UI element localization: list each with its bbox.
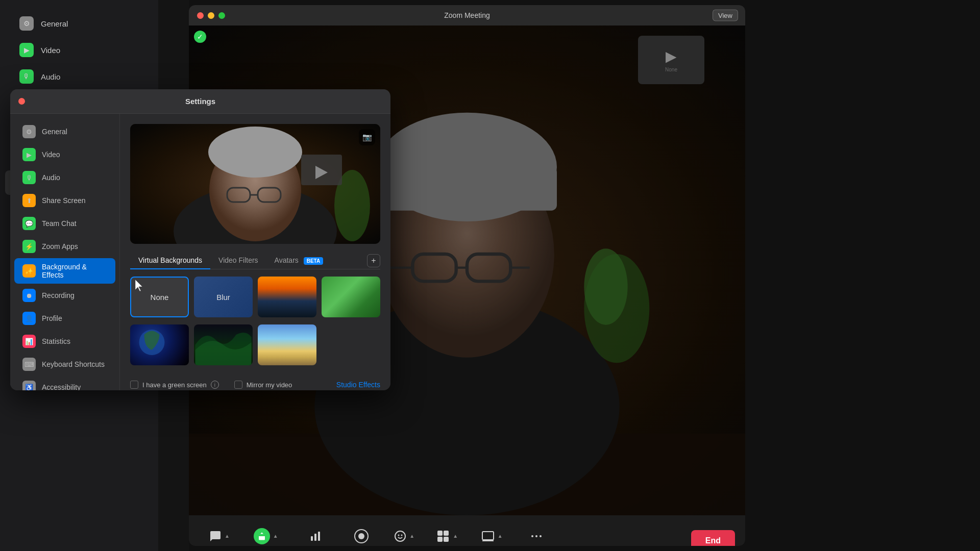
mirror-checkbox-box[interactable] [234, 381, 242, 389]
pip-play-icon: ▶ [666, 48, 677, 65]
sidebar-label-audio: Audio [41, 72, 60, 81]
beta-badge: BETA [304, 257, 323, 265]
whiteboards-toolbar-icon: ▲ [481, 530, 503, 543]
settings-video-icon: ▶ [22, 148, 36, 161]
zoom-window-title: Zoom Meeting [444, 11, 489, 19]
settings-close-button[interactable] [18, 98, 25, 105]
camera-flip-icon[interactable]: 📷 [359, 129, 375, 145]
bg-blur[interactable]: Blur [194, 277, 253, 317]
tab-avatars-label: Avatars [275, 256, 299, 264]
view-button[interactable]: View [713, 10, 738, 21]
end-button[interactable]: End [691, 530, 735, 546]
sidebar-item-general[interactable]: ⚙ General [5, 11, 153, 36]
settings-title: Settings [185, 97, 215, 106]
tabs-row: Virtual Backgrounds Video Filters Avatar… [130, 252, 380, 269]
minimize-button[interactable] [208, 12, 214, 19]
green-screen-label: I have a green screen [142, 381, 207, 389]
settings-nav-accessibility[interactable]: ♿ Accessibility [14, 376, 115, 390]
settings-nav-apps-label: Zoom Apps [42, 242, 78, 251]
toolbar-share[interactable]: ▲ Share Screen [242, 524, 289, 546]
svg-point-19 [401, 534, 403, 536]
settings-audio-icon: 🎙 [22, 171, 36, 184]
svg-point-33 [208, 127, 302, 178]
sidebar-item-video[interactable]: ▶ Video [5, 38, 153, 62]
bg-aurora[interactable] [194, 324, 253, 365]
svg-point-29 [540, 535, 542, 537]
green-screen-checkbox[interactable]: I have a green screen i [130, 381, 219, 389]
sidebar-label-video: Video [41, 46, 60, 55]
settings-nav-background[interactable]: ✨ Background & Effects [14, 258, 115, 284]
maximize-button[interactable] [218, 12, 225, 19]
preview-video: 📷 [130, 124, 380, 244]
settings-nav-statistics[interactable]: 📊 Statistics [14, 330, 115, 353]
record-label: Record [352, 546, 372, 546]
bg-bridge[interactable] [258, 277, 316, 317]
settings-nav-share[interactable]: ⬆ Share Screen [14, 189, 115, 212]
polls-label: Polls/Quizzes [297, 545, 334, 546]
add-background-button[interactable]: + [367, 254, 380, 267]
tab-virtual-backgrounds[interactable]: Virtual Backgrounds [130, 252, 210, 269]
tab-avatars[interactable]: Avatars BETA [266, 252, 332, 269]
toolbar-reactions[interactable]: ▲ Reactions [384, 526, 425, 546]
bg-none-label: None [151, 293, 169, 302]
settings-apps-icon: ⚡ [22, 240, 36, 253]
settings-accessibility-icon: ♿ [22, 381, 36, 390]
toolbar-record[interactable]: Record [341, 525, 382, 546]
bottom-options: I have a green screen i Mirror my video … [130, 375, 380, 389]
toolbar-whiteboards[interactable]: ▲ Whiteboards [470, 525, 514, 546]
traffic-lights [197, 12, 225, 19]
toolbar-more[interactable]: More [516, 525, 557, 546]
sidebar-label-general: General [41, 19, 68, 28]
svg-point-27 [531, 535, 533, 537]
settings-chat-icon: 💬 [22, 217, 36, 230]
settings-nav-general[interactable]: ⚙ General [14, 120, 115, 143]
settings-sidebar: ⚙ General ▶ Video 🎙 Audio ⬆ Share Screen… [10, 114, 120, 390]
settings-nav-recording[interactable]: ⏺ Recording [14, 284, 115, 307]
audio-icon: 🎙 [19, 69, 34, 84]
settings-general-icon: ⚙ [22, 125, 36, 138]
more-toolbar-icon [530, 530, 543, 543]
record-toolbar-icon [354, 529, 369, 543]
zoom-titlebar: Zoom Meeting View [189, 5, 745, 26]
settings-nav-audio[interactable]: 🎙 Audio [14, 166, 115, 189]
svg-point-18 [398, 534, 400, 536]
more-label: More [530, 545, 544, 546]
settings-nav-general-label: General [42, 128, 67, 136]
bg-beach[interactable] [258, 324, 316, 365]
settings-recording-icon: ⏺ [22, 289, 36, 302]
settings-nav-apps[interactable]: ⚡ Zoom Apps [14, 235, 115, 258]
studio-effects-link[interactable]: Studio Effects [336, 381, 380, 389]
green-screen-checkbox-box[interactable] [130, 381, 138, 389]
settings-nav-recording-label: Recording [42, 291, 75, 299]
tab-video-filters[interactable]: Video Filters [210, 252, 266, 269]
settings-window: Settings ⚙ General ▶ Video 🎙 Audio ⬆ Sha… [10, 89, 390, 390]
svg-rect-16 [318, 532, 320, 541]
toolbar-chat[interactable]: ▲ Chat [199, 526, 240, 546]
settings-nav-share-label: Share Screen [42, 196, 86, 205]
bg-none[interactable]: None [130, 277, 189, 317]
settings-nav-keyboard[interactable]: ⌨ Keyboard Shortcuts [14, 353, 115, 375]
general-icon: ⚙ [19, 16, 34, 31]
chat-label: Chat [213, 545, 226, 546]
settings-keyboard-icon: ⌨ [22, 358, 36, 371]
svg-point-28 [535, 535, 537, 537]
settings-share-icon: ⬆ [22, 194, 36, 207]
settings-nav-chat[interactable]: 💬 Team Chat [14, 212, 115, 235]
toolbar-apps[interactable]: ▲ Apps [427, 525, 468, 546]
svg-rect-23 [444, 537, 449, 542]
toolbar-polls[interactable]: Polls/Quizzes [291, 526, 339, 546]
video-icon: ▶ [19, 43, 34, 57]
close-button[interactable] [197, 12, 204, 19]
settings-nav-chat-label: Team Chat [42, 219, 77, 228]
svg-point-17 [395, 531, 405, 541]
green-screen-info-icon[interactable]: i [211, 381, 219, 389]
mirror-checkbox[interactable]: Mirror my video [234, 381, 292, 389]
settings-nav-profile[interactable]: 👤 Profile [14, 307, 115, 330]
settings-nav-video[interactable]: ▶ Video [14, 143, 115, 166]
reactions-label: Reactions [390, 545, 418, 546]
settings-nav-bg-label: Background & Effects [42, 263, 107, 279]
bg-earth[interactable] [130, 324, 189, 365]
bg-grass[interactable] [322, 277, 380, 317]
sidebar-item-audio[interactable]: 🎙 Audio [5, 64, 153, 89]
settings-content: 📷 Virtual Backgrounds Video Filters Avat… [120, 114, 390, 390]
